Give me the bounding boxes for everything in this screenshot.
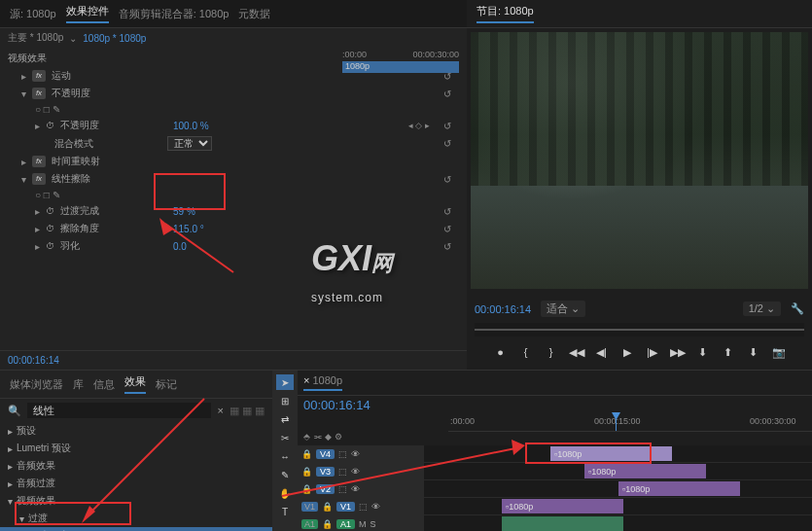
timeline-sequence-tab[interactable]: × 1080p xyxy=(303,374,342,391)
track-head-v3[interactable]: 🔒V3⬚👁 xyxy=(298,463,424,479)
tree-lumetri[interactable]: ▸Lumetri 预设 xyxy=(0,440,272,457)
tab-effect-controls[interactable]: 效果控件 xyxy=(66,4,109,23)
track-select-tool[interactable]: ⊞ xyxy=(276,393,294,408)
time-remap-effect[interactable]: 时间重映射 xyxy=(52,155,100,168)
blend-mode-select[interactable]: 正常 xyxy=(167,136,212,151)
tab-markers[interactable]: 标记 xyxy=(156,377,177,392)
clip-v4[interactable]: ▫ 1080p xyxy=(550,446,672,461)
mark-out-button[interactable]: } xyxy=(543,344,560,360)
marker-button[interactable]: ● xyxy=(492,344,510,360)
wrench-icon[interactable]: 🔧 xyxy=(791,302,804,315)
tree-audio-trans[interactable]: ▸音频过渡 xyxy=(0,475,272,492)
timeline-ruler[interactable]: :00:00 00:00:15:00 00:00:30:00 xyxy=(448,414,812,432)
tab-library[interactable]: 库 xyxy=(73,377,84,392)
mark-in-button[interactable]: { xyxy=(517,344,535,360)
track-head-v1[interactable]: V1🔒V1⬚👁 xyxy=(298,498,424,514)
lock-icon[interactable]: 🔒 xyxy=(301,467,312,477)
opacity-effect[interactable]: 不透明度 xyxy=(52,87,90,100)
lift-button[interactable]: ⬆ xyxy=(720,344,737,360)
tab-effects[interactable]: 效果 xyxy=(124,374,146,394)
tab-media-browser[interactable]: 媒体浏览器 xyxy=(10,377,63,392)
fit-select[interactable]: 适合 xyxy=(547,302,568,314)
lock-icon[interactable]: 🔒 xyxy=(322,519,333,529)
track-head-v2[interactable]: 🔒V2⬚👁 xyxy=(298,480,424,497)
tab-audio-mixer[interactable]: 音频剪辑混合器: 1080p xyxy=(119,7,229,21)
eye-icon[interactable]: 👁 xyxy=(351,467,360,477)
dropdown-icon[interactable]: ⌄ xyxy=(69,33,77,44)
resolution-select[interactable]: 1/2 xyxy=(749,302,763,314)
dropdown-icon[interactable]: ⌄ xyxy=(766,302,775,314)
opacity-value[interactable]: 100.0 % xyxy=(173,121,209,131)
razor-tool[interactable]: ✂ xyxy=(276,430,294,445)
settings-icon[interactable]: ⚙ xyxy=(335,432,342,442)
keyframe-icon[interactable]: ◇ xyxy=(415,121,422,130)
stopwatch-icon[interactable]: ⏱ xyxy=(46,241,54,251)
selection-tool[interactable]: ➤ xyxy=(276,374,294,390)
feather-value[interactable]: 0.0 xyxy=(173,241,187,252)
reset-icon[interactable]: ↺ xyxy=(443,174,451,185)
mute-button[interactable]: M xyxy=(359,519,367,529)
frame-fwd-button[interactable]: ▶▶ xyxy=(669,344,687,360)
tree-video-fx[interactable]: ▾视频效果 xyxy=(0,492,272,510)
ec-sequence-link[interactable]: 1080p * 1080p xyxy=(83,33,146,44)
ripple-tool[interactable]: ⇄ xyxy=(276,411,294,427)
eye-icon[interactable]: 👁 xyxy=(371,502,380,512)
clip-a1[interactable] xyxy=(502,516,623,531)
type-tool[interactable]: T xyxy=(276,504,294,519)
camera-icon[interactable]: 📷 xyxy=(770,344,788,360)
reset-icon[interactable]: ↺ xyxy=(443,138,451,149)
step-back-button[interactable]: ◀| xyxy=(593,344,611,360)
angle-value[interactable]: 115.0 ° xyxy=(173,224,204,234)
ec-timecode[interactable]: 00:00:16:14 xyxy=(8,355,59,366)
slip-tool[interactable]: ↔ xyxy=(276,448,294,464)
triangle-icon[interactable]: ▾ xyxy=(21,88,26,99)
tab-info[interactable]: 信息 xyxy=(93,377,115,392)
linear-wipe-effect[interactable]: 线性擦除 xyxy=(52,172,90,186)
track-head-v4[interactable]: 🔒V4⬚👁 xyxy=(298,445,424,462)
eye-icon[interactable]: 👁 xyxy=(351,484,360,494)
reset-icon[interactable]: ↺ xyxy=(443,71,451,82)
effects-search-input[interactable] xyxy=(27,403,211,418)
export-button[interactable]: ⬇ xyxy=(694,344,712,360)
step-fwd-button[interactable]: |▶ xyxy=(644,344,661,360)
lock-icon[interactable]: 🔒 xyxy=(301,449,312,459)
program-ruler[interactable] xyxy=(475,323,804,336)
track-head-a1[interactable]: A1🔒A1MS xyxy=(298,515,424,531)
reset-icon[interactable]: ↺ xyxy=(443,206,451,217)
snap-icon[interactable]: ⬘ xyxy=(303,432,310,442)
marker-icon[interactable]: ◆ xyxy=(325,432,332,442)
triangle-icon[interactable]: ▸ xyxy=(35,241,40,252)
reset-icon[interactable]: ↺ xyxy=(443,241,451,252)
lock-icon[interactable]: 🔒 xyxy=(322,502,333,512)
motion-effect[interactable]: 运动 xyxy=(52,69,71,83)
reset-icon[interactable]: ↺ xyxy=(443,224,451,234)
timeline-timecode[interactable]: 00:00:16:14 xyxy=(303,398,371,412)
playhead[interactable] xyxy=(616,414,617,431)
reset-icon[interactable]: ↺ xyxy=(443,121,451,131)
pen-tool[interactable]: ✎ xyxy=(276,467,294,482)
frame-back-button[interactable]: ◀◀ xyxy=(568,344,585,360)
hand-tool[interactable]: ✋ xyxy=(276,485,294,501)
lock-icon[interactable]: 🔒 xyxy=(301,484,312,494)
clip-v3[interactable]: ▫ 1080p xyxy=(584,464,706,478)
tree-audio-fx[interactable]: ▸音频效果 xyxy=(0,457,272,475)
clip-v1[interactable]: ▫ 1080p xyxy=(502,499,623,513)
stopwatch-icon[interactable]: ⏱ xyxy=(46,224,54,233)
tab-source[interactable]: 源: 1080p xyxy=(10,7,56,21)
triangle-icon[interactable]: ▸ xyxy=(21,157,26,167)
triangle-icon[interactable]: ▾ xyxy=(21,174,26,185)
reset-icon[interactable]: ↺ xyxy=(443,88,451,99)
triangle-icon[interactable]: ▸ xyxy=(35,206,40,217)
tree-transition-folder[interactable]: ▾过渡 xyxy=(0,510,272,527)
tree-presets[interactable]: ▸预设 xyxy=(0,422,272,440)
clip-v2[interactable]: ▫ 1080p xyxy=(618,481,740,496)
tab-metadata[interactable]: 元数据 xyxy=(238,7,270,21)
tree-linear-wipe[interactable]: ▫线性擦除 xyxy=(0,527,272,531)
triangle-icon[interactable]: ▸ xyxy=(35,224,40,234)
close-icon[interactable]: × xyxy=(217,405,223,416)
triangle-icon[interactable]: ▸ xyxy=(21,71,26,82)
video-preview[interactable] xyxy=(471,32,808,289)
stopwatch-icon[interactable]: ⏱ xyxy=(46,206,54,216)
eye-icon[interactable]: 👁 xyxy=(351,449,360,459)
triangle-icon[interactable]: ▸ xyxy=(35,121,40,131)
